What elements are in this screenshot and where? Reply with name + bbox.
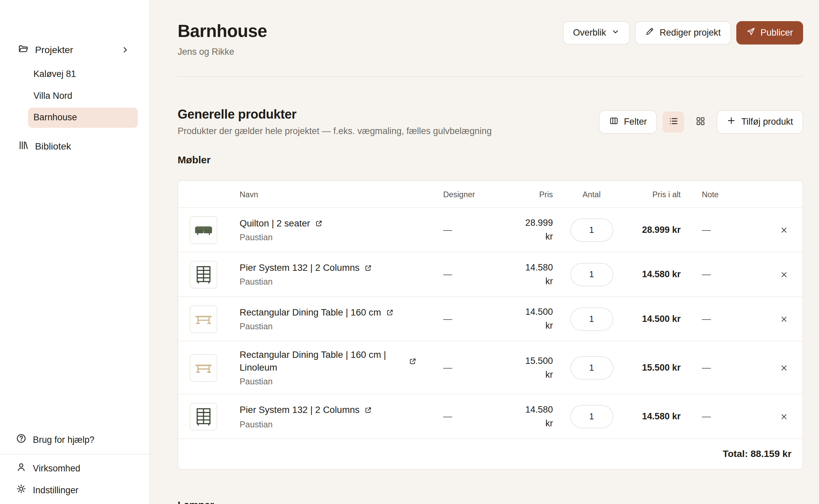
add-product-label: Tilføj produkt xyxy=(741,117,793,127)
designer-cell: — xyxy=(443,363,496,373)
grid-view-button[interactable] xyxy=(690,111,711,132)
delete-row-button[interactable] xyxy=(778,362,790,374)
product-name-link[interactable]: Quilton | 2 seater xyxy=(240,217,310,229)
group-title-lamps: Lamper xyxy=(178,500,803,504)
total-cell: 14.580 kr xyxy=(630,269,681,280)
delete-row-button[interactable] xyxy=(778,223,790,236)
price-cell: 14.580 kr xyxy=(496,261,553,288)
overview-label: Overblik xyxy=(573,28,606,38)
total-cell: 14.580 kr xyxy=(630,411,681,422)
quantity-input[interactable] xyxy=(570,307,613,330)
list-view-icon xyxy=(669,116,679,128)
products-table: Navn Designer Pris Antal Pris i alt Note xyxy=(178,180,803,470)
product-brand: Paustian xyxy=(240,420,443,429)
add-product-button[interactable]: Tilføj produkt xyxy=(717,110,803,133)
external-link-icon[interactable] xyxy=(409,358,417,366)
overview-dropdown[interactable]: Overblik xyxy=(563,21,630,44)
publish-button[interactable]: Publicer xyxy=(736,21,803,44)
table-row: Quilton | 2 seater Paustian — 28.999 kr … xyxy=(178,207,803,252)
col-header-designer: Designer xyxy=(443,190,496,199)
product-brand: Paustian xyxy=(240,377,443,386)
product-thumbnail xyxy=(190,305,217,333)
external-link-icon[interactable] xyxy=(315,219,323,227)
plus-icon xyxy=(727,116,736,128)
total-cell: 14.500 kr xyxy=(630,313,681,324)
col-header-price: Pris xyxy=(496,190,553,199)
total-cell: 28.999 kr xyxy=(630,224,681,235)
close-icon xyxy=(780,315,788,323)
section-controls: Felter xyxy=(599,110,803,133)
external-link-icon[interactable] xyxy=(364,264,373,272)
list-view-button[interactable] xyxy=(663,111,684,132)
note-cell: — xyxy=(681,224,752,235)
note-cell: — xyxy=(681,363,752,373)
quantity-input[interactable] xyxy=(570,218,613,241)
product-thumbnail xyxy=(190,403,217,430)
fields-button[interactable]: Felter xyxy=(599,110,657,133)
chevron-right-icon[interactable] xyxy=(121,46,129,54)
close-icon xyxy=(780,225,788,234)
designer-cell: — xyxy=(443,269,496,280)
sidebar-item-projects[interactable]: Projekter xyxy=(0,40,149,59)
sidebar-item-project-villanord[interactable]: Villa Nord xyxy=(28,86,138,106)
col-header-name: Navn xyxy=(240,190,443,199)
designer-cell: — xyxy=(443,313,496,324)
sidebar-item-project-barnhouse[interactable]: Barnhouse xyxy=(28,108,138,128)
project-list: Kaløvej 81 Villa Nord Barnhouse xyxy=(0,59,149,132)
grid-view-icon xyxy=(695,116,705,128)
product-thumbnail xyxy=(190,354,217,382)
send-icon xyxy=(746,27,755,39)
sidebar-item-settings[interactable]: Indstillinger xyxy=(0,479,149,501)
settings-label: Indstillinger xyxy=(33,485,79,496)
total-cell: 15.500 kr xyxy=(630,363,681,373)
delete-row-button[interactable] xyxy=(778,410,790,423)
sidebar-item-library[interactable]: Bibliotek xyxy=(0,137,149,156)
external-link-icon[interactable] xyxy=(364,406,373,414)
product-name-link[interactable]: Rectangular Dining Table | 160 cm xyxy=(240,306,381,319)
quantity-input[interactable] xyxy=(570,263,613,286)
sidebar-item-label: Projekter xyxy=(35,44,73,55)
note-cell: — xyxy=(681,411,752,422)
close-icon xyxy=(780,364,788,372)
table-footer: Total: 88.159 kr xyxy=(178,438,803,469)
quantity-input[interactable] xyxy=(570,356,613,379)
edit-project-button[interactable]: Rediger projekt xyxy=(635,21,731,44)
external-link-icon[interactable] xyxy=(386,308,394,317)
product-name-link[interactable]: Rectangular Dining Table | 160 cm | Lino… xyxy=(240,349,404,374)
table-row: Rectangular Dining Table | 160 cm | Lino… xyxy=(178,341,803,394)
delete-row-button[interactable] xyxy=(778,268,790,281)
green-sofa-image xyxy=(193,219,214,241)
product-brand: Paustian xyxy=(240,278,443,287)
header-actions: Overblik Rediger projekt xyxy=(563,21,803,44)
columns-icon xyxy=(609,116,618,128)
product-name-link[interactable]: Pier System 132 | 2 Columns xyxy=(240,262,359,274)
project-subtitle: Jens og Rikke xyxy=(178,47,267,57)
product-brand: Paustian xyxy=(240,322,443,331)
app-window: Projekter Kaløvej 81 Villa Nord Barnhous… xyxy=(0,0,819,504)
designer-cell: — xyxy=(443,411,496,422)
sidebar-divider xyxy=(0,454,149,455)
company-label: Virksomhed xyxy=(33,463,80,474)
product-brand: Paustian xyxy=(240,233,443,242)
help-icon xyxy=(16,433,27,446)
table-row: Rectangular Dining Table | 160 cm Pausti… xyxy=(178,296,803,341)
person-icon xyxy=(16,462,27,475)
total-label: Total: 88.159 kr xyxy=(723,449,791,460)
sidebar-item-project-kalovej[interactable]: Kaløvej 81 xyxy=(28,64,138,84)
sidebar: Projekter Kaløvej 81 Villa Nord Barnhous… xyxy=(0,0,150,504)
project-header: Barnhouse Jens og Rikke Overblik xyxy=(178,0,803,57)
pencil-icon xyxy=(645,27,654,39)
price-cell: 14.500 kr xyxy=(496,305,553,332)
help-button[interactable]: Brug for hjælp? xyxy=(0,429,149,451)
note-cell: — xyxy=(681,269,752,280)
sidebar-item-company[interactable]: Virksomhed xyxy=(0,458,149,479)
delete-row-button[interactable] xyxy=(778,312,790,325)
table-row: Pier System 132 | 2 Columns Paustian — 1… xyxy=(178,394,803,439)
quantity-input[interactable] xyxy=(570,405,613,428)
help-label: Brug for hjælp? xyxy=(33,434,94,445)
price-cell: 15.500 kr xyxy=(496,354,553,381)
page-title: Barnhouse xyxy=(178,21,267,41)
close-icon xyxy=(780,412,788,421)
product-name-link[interactable]: Pier System 132 | 2 Columns xyxy=(240,404,359,416)
product-thumbnail xyxy=(190,216,217,244)
